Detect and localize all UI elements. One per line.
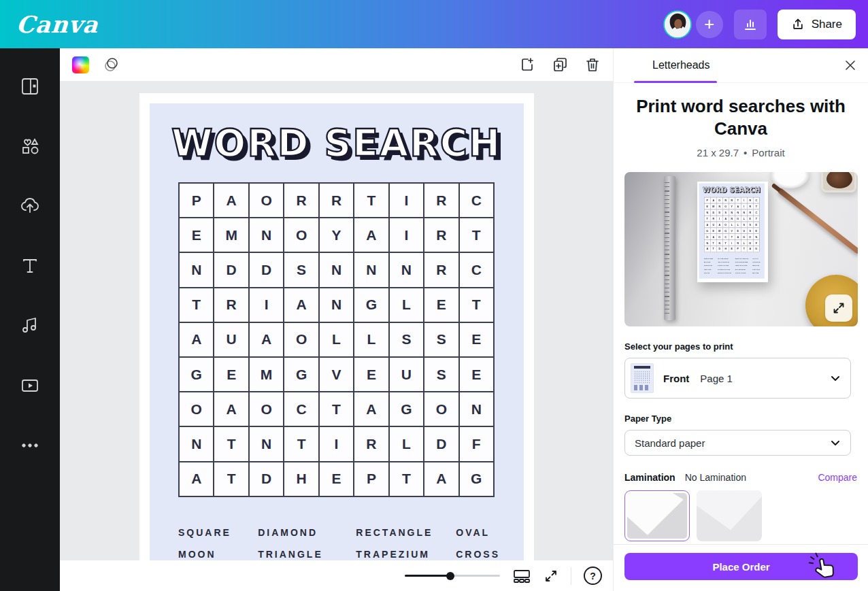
add-page-icon[interactable] — [519, 56, 535, 73]
word-list-item: RECTANGLE — [735, 257, 753, 259]
panel-footer: Place Order — [614, 544, 868, 591]
insights-button[interactable] — [734, 10, 767, 39]
bottombar-divider — [571, 567, 571, 585]
grid-row: AUAOLLSSE — [179, 322, 494, 357]
print-orientation: Portrait — [752, 147, 784, 158]
grid-letter: I — [729, 240, 735, 246]
duplicate-page-icon[interactable] — [552, 56, 568, 73]
grid-letter: T — [179, 288, 214, 322]
tab-letterheads[interactable]: Letterheads — [652, 59, 710, 71]
place-order-button[interactable]: Place Order — [624, 553, 858, 580]
grid-letter: P — [735, 246, 741, 252]
grid-letter: R — [214, 288, 248, 322]
avatar[interactable] — [663, 10, 692, 39]
grid-letter: T — [753, 216, 759, 222]
lamination-option-2[interactable] — [697, 490, 762, 541]
sidebar-item-more[interactable] — [0, 416, 60, 475]
word-list-item: DIAMOND — [718, 257, 735, 259]
sidebar-item-text[interactable] — [0, 236, 60, 296]
fullscreen-button[interactable] — [544, 569, 558, 584]
preview-title: WORD SEARCH — [703, 186, 761, 194]
grid-letter: E — [424, 288, 458, 322]
grid-letter: C — [753, 209, 759, 216]
grid-letter: T — [729, 234, 735, 240]
grid-letter: N — [319, 252, 354, 287]
grid-letter: T — [735, 197, 741, 203]
grid-letter: D — [747, 240, 753, 246]
delete-icon[interactable] — [584, 56, 601, 73]
grid-letter: L — [741, 216, 747, 222]
paper-type-dropdown[interactable]: Standard paper — [624, 430, 851, 456]
grid-letter: A — [249, 322, 284, 357]
grid-letter: T — [284, 426, 318, 461]
elements-icon — [20, 136, 40, 156]
close-panel-button[interactable] — [844, 58, 857, 72]
grid-letter: S — [747, 222, 753, 228]
lamination-option-selected[interactable] — [624, 490, 690, 541]
sidebar-item-elements[interactable] — [0, 116, 60, 176]
zoom-slider-fill — [405, 575, 450, 577]
word-list-item: DIAMOND — [735, 268, 753, 270]
sidebar-item-videos[interactable] — [0, 356, 60, 416]
document-toolbar — [60, 48, 613, 82]
grid-letter: R — [747, 203, 753, 209]
avatar-photo — [665, 12, 690, 37]
zoom-slider-knob[interactable] — [446, 572, 454, 580]
grid-letter: N — [354, 252, 388, 287]
ruler-image — [664, 176, 675, 320]
grid-letter: N — [459, 392, 494, 426]
grid-letter: O — [716, 197, 722, 203]
print-preview-image[interactable]: WORD SEARCH PAORRTIRCEMNOYAIRTNDDSNNNRCT… — [624, 172, 858, 326]
page-color-swatch[interactable] — [72, 56, 89, 73]
sidebar-item-templates[interactable] — [0, 56, 60, 116]
word-list-row: SQUAREDIAMONDRECTANGLEOVAL — [178, 522, 495, 543]
grid-letter: G — [741, 234, 747, 240]
sidebar-item-uploads[interactable] — [0, 176, 60, 236]
grid-letter: T — [459, 218, 494, 252]
add-design-button[interactable]: + — [696, 11, 723, 38]
share-button[interactable]: Share — [778, 10, 856, 39]
preview-page: WORD SEARCH PAORRTIRCEMNOYAIRTNDDSNNNRCT… — [697, 182, 768, 282]
grid-letter: O — [722, 222, 729, 228]
pages-view-button[interactable] — [512, 568, 531, 584]
grid-letter: E — [735, 228, 741, 234]
grid-letter: O — [249, 392, 284, 426]
grid-letter: H — [284, 462, 318, 496]
sidebar-item-audio[interactable] — [0, 296, 60, 356]
paper-type-label: Paper Type — [624, 413, 857, 424]
grid-letter: L — [354, 322, 388, 357]
word-list-item: MOON — [704, 261, 718, 263]
grid-letter: U — [214, 322, 248, 357]
lamination-value: No Lamination — [685, 472, 746, 483]
grid-letter: G — [179, 357, 214, 392]
overlapping-circles-icon[interactable] — [103, 56, 120, 73]
grid-letter: N — [729, 216, 735, 222]
page-select-dropdown[interactable]: Front Page 1 — [624, 358, 851, 399]
grid-letter: T — [459, 288, 494, 322]
zoom-slider[interactable] — [405, 571, 500, 581]
word-list-item: MOON — [178, 549, 258, 560]
grid-letter: S — [389, 322, 424, 357]
grid-row: ATDHEPTAG — [704, 246, 759, 252]
grid-letter: E — [459, 357, 494, 392]
grid-letter: R — [710, 216, 716, 222]
grid-row: GEMGVEUSE — [704, 228, 759, 234]
word-search-page[interactable]: WORD SEARCH PAORRTIRCEMNOYAIRTNDDSNNNRCT… — [139, 93, 534, 560]
help-button[interactable]: ? — [584, 567, 602, 585]
word-list-item: RECTANGLE — [356, 527, 456, 538]
grid-letter: D — [716, 209, 722, 216]
grid-letter: G — [459, 462, 494, 496]
print-panel: Letterheads Print word searches with Can… — [613, 48, 868, 591]
canva-logo[interactable]: Canva — [16, 11, 99, 38]
grid-letter: N — [179, 252, 214, 287]
grid-letter: A — [354, 218, 388, 252]
grid-letter: T — [354, 183, 388, 218]
grid-letter: O — [179, 392, 214, 426]
paper-type-value: Standard paper — [635, 437, 705, 449]
chevron-down-icon — [830, 437, 841, 448]
compare-link[interactable]: Compare — [818, 472, 857, 483]
expand-preview-button[interactable] — [825, 294, 852, 322]
sidebar — [0, 48, 60, 591]
grid-letter: L — [389, 426, 424, 461]
grid-letter: U — [741, 228, 747, 234]
